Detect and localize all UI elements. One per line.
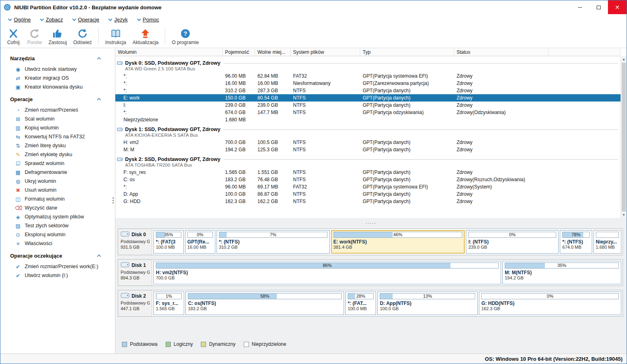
- partition-block[interactable]: 0%I: (NTFS)239.0 GB: [466, 230, 559, 254]
- unallocated-block[interactable]: Nieprzy...1.680 MB: [593, 230, 621, 254]
- menu-operacje[interactable]: Operacje: [69, 14, 104, 25]
- volume-row[interactable]: *:674.0 GB147.7 MBNTFSGPT(Partycja odzys…: [115, 109, 621, 116]
- volume-row[interactable]: *:310.2 GB287.3 GBNTFSGPT(Partycja danyc…: [115, 87, 621, 94]
- disk-header[interactable]: Dysk 1: SSD, Podstawowy GPT, Zdrowy: [115, 125, 621, 132]
- sidebar-item-wipe-data[interactable]: ⌫Wyczyść dane: [0, 203, 115, 212]
- volume-row[interactable]: M: M194.2 GB125.3 GBNTFSGPT(Partycja dan…: [115, 146, 621, 153]
- apply-button[interactable]: Zastosuj: [45, 25, 70, 47]
- partition-block-selected[interactable]: 46%E: work(NTFS)381.4 GB: [331, 230, 465, 254]
- partition-block[interactable]: 1%F: sys_r...1.565 GB: [153, 292, 184, 315]
- refresh-button[interactable]: Odśwież: [70, 25, 95, 47]
- partition-label: GPT(Re...: [187, 239, 213, 245]
- sidebar-item-merge-volume[interactable]: ⊞Scal wolumin: [0, 114, 115, 123]
- sidebar-item-hide-volume[interactable]: ◍Ukryj wolumin: [0, 177, 115, 186]
- vertical-scrollbar[interactable]: ▲ ▼: [621, 56, 627, 218]
- cell-status: Zdrowy: [454, 191, 548, 197]
- sidebar-item-bad-sector-test[interactable]: ▨Test złych sektorów: [0, 221, 115, 230]
- divider: [223, 159, 618, 160]
- sidebar-item-check-volume[interactable]: ☑Sprawdź wolumin: [0, 159, 115, 168]
- column-header-system-plikow[interactable]: System plików: [291, 48, 360, 56]
- column-header-status[interactable]: Status: [454, 48, 548, 56]
- sidebar-item-delete-volume[interactable]: ✖Usuń wolumin: [0, 186, 115, 195]
- section-header-operacje[interactable]: Operacje: [0, 91, 115, 106]
- cell-capacity: 96.00 MB: [223, 184, 255, 190]
- redo-button[interactable]: Ponów: [24, 25, 45, 47]
- sidebar-item-change-letter[interactable]: ⇅Zmień literę dysku: [0, 141, 115, 150]
- column-header-pojemnosc[interactable]: Pojemność: [223, 48, 255, 56]
- partition-block[interactable]: 0%G: HDD(NTFS)162.3 GB: [479, 292, 621, 315]
- menu-jezyk[interactable]: Język: [105, 14, 132, 25]
- menu-zobacz[interactable]: Zobacz: [36, 14, 67, 25]
- partition-block[interactable]: 86%H: vm2(NTFS)700.0 GB: [153, 261, 501, 284]
- minimize-button[interactable]: [571, 0, 589, 14]
- sidebar-item-explore-volume[interactable]: ⊙Eksploruj wolumin: [0, 230, 115, 239]
- partition-block[interactable]: 13%D: App(NTFS)100.0 GB: [377, 292, 478, 315]
- partition-label: C: os(NTFS): [188, 301, 342, 306]
- sidebar-item-defragment[interactable]: ▦Defragmentowanie: [0, 168, 115, 177]
- sidebar-item-properties[interactable]: ≡Właściwości: [0, 239, 115, 248]
- volume-row[interactable]: *:96.00 MB69.17 MBFAT32GPT(Partycja syst…: [115, 183, 621, 190]
- partition-block[interactable]: 78%*: (NTFS)674.0 MB: [560, 230, 592, 254]
- partition-block[interactable]: 7%*: (NTFS)310.2 GB: [217, 230, 330, 254]
- column-header-typ[interactable]: Typ: [360, 48, 454, 56]
- cell-free: 69.17 MB: [255, 184, 291, 190]
- volume-row[interactable]: D: App100.0 GB86.87 GBNTFSGPT(Partycja d…: [115, 190, 621, 198]
- section-header-narzedzia[interactable]: Narzędzia: [0, 51, 115, 65]
- cell-free: 86.87 GB: [255, 191, 291, 197]
- about-button[interactable]: ? O programie: [168, 25, 202, 47]
- sidebar-item-format-volume[interactable]: ◫Formatuj wolumin: [0, 195, 115, 203]
- titlebar[interactable]: NIUBI Partition Editor v10.2.0 - Bezpłat…: [0, 0, 627, 14]
- volume-row[interactable]: I:239.0 GB239.0 GBNTFSGPT(Partycja danyc…: [115, 102, 621, 109]
- column-header-wolne[interactable]: Wolne miej...: [255, 48, 291, 56]
- usage-percent: 35%: [505, 263, 618, 268]
- maximize-button[interactable]: [589, 0, 608, 14]
- disk-label[interactable]: Disk 1 Podstawowy G 894.3 GB: [118, 260, 152, 286]
- pending-operation-create-volume[interactable]: ✔Utwórz wolumin (I:): [0, 271, 115, 280]
- usage-bar: 78%: [562, 232, 589, 238]
- sidebar-item-copy-volume[interactable]: ▥Kopiuj wolumin: [0, 123, 115, 132]
- optimize-icon: ◈: [15, 214, 21, 220]
- volume-row[interactable]: H: vm2700.0 GB100.5 GBNTFSGPT(Partycja d…: [115, 139, 621, 146]
- usage-percent: 13%: [380, 294, 475, 299]
- cell-status: Zdrowy: [454, 95, 548, 101]
- volume-row[interactable]: *:96.00 MB62.84 MBFAT32GPT(Partycja syst…: [115, 72, 621, 80]
- sidebar-item-convert-ntfs-fat32[interactable]: ⇆Konwertuj NTFS na FAT32: [0, 132, 115, 141]
- column-header-wolumin[interactable]: Wolumin: [115, 48, 223, 56]
- partition-block[interactable]: 58%C: os(NTFS)183.2 GB: [185, 292, 344, 315]
- scroll-up-arrow[interactable]: ▲: [621, 56, 627, 62]
- sidebar-item-change-label[interactable]: ✎Zmień etykietę dysku: [0, 150, 115, 159]
- partition-block[interactable]: 35%*: (FAT(3100.0 MB: [153, 230, 184, 254]
- manual-button[interactable]: Instrukcja: [102, 25, 129, 47]
- disk-label[interactable]: Disk 0 Podstawowy G 931.5 GB: [118, 229, 152, 255]
- partition-block[interactable]: 28%*: (FAT...100.0 MB: [345, 292, 376, 315]
- sidebar-splitter[interactable]: [113, 197, 114, 199]
- volume-row[interactable]: *:16.00 MB16.00 MBNiesformatowanyGPT(Zar…: [115, 80, 621, 87]
- menu-pomoc[interactable]: Pomoc: [134, 14, 163, 25]
- disk-header[interactable]: Dysk 0: SSD, Podstawowy GPT, Zdrowy: [115, 59, 621, 66]
- volume-row[interactable]: C: os183.2 GB76.48 GBNTFSGPT(Partycja da…: [115, 176, 621, 183]
- close-button[interactable]: ✕: [608, 0, 627, 14]
- pending-operation-resize-work[interactable]: ✔Zmień rozmiar/Przenieś work(E:): [0, 262, 115, 271]
- sidebar-item-disk-clone[interactable]: ▣Kreator klonowania dysku: [0, 83, 115, 91]
- disk-header[interactable]: Dysk 2: SSD, Podstawowy GPT, Zdrowy: [115, 155, 621, 162]
- partition-block[interactable]: 35%M: M(NTFS)194.2 GB: [502, 261, 621, 284]
- volume-row-unallocated[interactable]: Nieprzydzielone1.680 MB: [115, 116, 621, 123]
- partition-size: 1.565 GB: [156, 306, 182, 311]
- volume-row[interactable]: G: HDD162.3 GB162.2 GBNTFSGPT(Partycja d…: [115, 198, 621, 205]
- sidebar-item-optimize-filesystem[interactable]: ◈Optymalizuj system plików: [0, 212, 115, 221]
- partition-block[interactable]: 0%GPT(Re...16.00 MB: [185, 230, 215, 254]
- scrollbar-thumb[interactable]: [622, 63, 626, 212]
- disk-label[interactable]: Disk 2 Podstawowy G 447.1 GB: [118, 290, 152, 316]
- volume-row-selected[interactable]: E: work150.0 GB80.54 GBNTFSGPT(Partycja …: [115, 94, 621, 102]
- cell-type: GPT(Partycja danych): [360, 199, 454, 204]
- volume-row[interactable]: F: sys_res1.565 GB1.551 GBNTFSGPT(Partyc…: [115, 169, 621, 176]
- update-button[interactable]: Aktualizacja: [129, 25, 162, 47]
- sidebar-item-bootable-media[interactable]: ◉Utwórz nośnik startowy: [0, 65, 115, 74]
- cell-type: GPT(Partycja danych): [360, 88, 454, 93]
- sidebar-item-os-migration[interactable]: ⇄Kreator migracji OS: [0, 74, 115, 83]
- scroll-down-arrow[interactable]: ▼: [621, 212, 627, 218]
- sidebar-item-resize-move[interactable]: ◔Zmień rozmiar/Przenieś: [0, 106, 115, 114]
- menu-ogolne[interactable]: Ogólne: [4, 14, 35, 25]
- section-header-operacje-oczekujace[interactable]: Operacje oczekujące: [0, 248, 115, 262]
- undo-button[interactable]: Cofnij: [3, 25, 24, 47]
